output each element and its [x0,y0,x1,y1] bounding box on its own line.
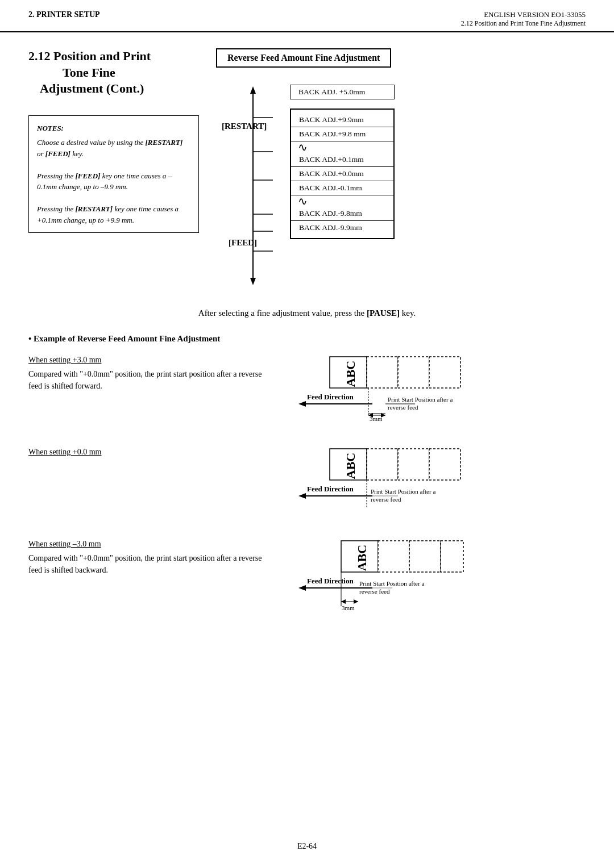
footer: E2-64 [0,831,614,857]
setting-diagram-1: ABC Feed Direction Print Start Position … [284,446,586,522]
setting-desc-0: Compared with "+0.0mm" position, the pri… [28,368,273,392]
header: 2. PRINTER SETUP ENGLISH VERSION EO1-330… [0,0,614,32]
svg-rect-13 [367,357,398,388]
notes-feed-key: [FEED] [45,149,70,158]
svg-text:ABC: ABC [355,545,369,571]
notes-restart-key2: [RESTART] [75,205,113,213]
header-right: ENGLISH VERSION EO1-33055 2.12 Position … [461,10,586,28]
setting-block-0: When setting +3.0 mm Compared with "+0.0… [28,354,586,430]
notes-box: NOTES: Choose a desired value by using t… [28,115,199,233]
notes-key-text: key. [70,149,84,158]
svg-marker-52 [354,599,358,604]
notes-text: Choose a desired value by using the [RES… [37,137,190,226]
after-text2: key. [400,308,416,318]
svg-rect-32 [429,449,460,480]
setting-label-2: When setting –3.0 mm [28,538,273,550]
diagram-svg: [RESTART] [FEED] [216,84,290,288]
main-box-group: BACK ADJ.+9.9mm BACK ADJ.+9.8 mm ∿ BACK … [290,108,395,239]
title-line1: 2.12 Position and Print [28,49,151,63]
notes-line2-pre: Pressing the [37,172,75,180]
svg-text:[FEED]: [FEED] [229,238,257,247]
svg-marker-18 [298,401,306,407]
setting-block-1: When setting +0.0 mm ABC Feed Direction [28,446,586,522]
svg-text:Feed Direction: Feed Direction [307,577,354,585]
setting-desc-2: Compared with "+0.0mm" position, the pri… [28,552,273,576]
title-line3: Adjustment (Cont.) [28,81,144,95]
notes-restart-key: [RESTART] [146,138,183,147]
svg-text:Feed Direction: Feed Direction [307,393,354,401]
setting-label-1: When setting +0.0 mm [28,446,273,458]
example-section: • Example of Reverse Feed Amount Fine Ad… [28,334,586,620]
adj-box-4: BACK ADJ.+0.0mm [291,167,393,181]
label-svg-0: ABC Feed Direction 3mm [284,354,466,428]
pause-key: [PAUSE] [367,308,400,318]
notes-line3-pre: Pressing the [37,205,75,213]
svg-marker-1 [250,86,256,94]
after-text-content: After selecting a fine adjustment value,… [198,308,367,318]
svg-rect-14 [398,357,429,388]
svg-text:Feed Direction: Feed Direction [307,485,354,493]
example-title: • Example of Reverse Feed Amount Fine Ad… [28,334,586,344]
header-version: ENGLISH VERSION EO1-33055 [461,10,586,19]
svg-rect-44 [441,541,463,572]
svg-rect-42 [378,541,409,572]
setting-text-2: When setting –3.0 mm Compared with "+0.0… [28,538,273,576]
adj-box-0: BACK ADJ. +5.0mm [290,85,395,99]
svg-text:[RESTART]: [RESTART] [222,122,267,131]
adj-box-5: BACK ADJ.-0.1mm [291,181,393,195]
adj-box-6: BACK ADJ.-9.8mm [291,207,393,221]
footer-text: E2-64 [297,842,317,850]
notes-title: NOTES: [37,123,190,134]
notes-feed-key2: [FEED] [75,172,100,180]
svg-text:Print Start Position after a: Print Start Position after a [371,488,435,495]
svg-text:Print Start Position after a: Print Start Position after a [359,580,424,587]
svg-text:reverse feed: reverse feed [371,496,401,503]
top-section: 2.12 Position and Print Tone Fine Adjust… [28,48,586,290]
svg-marker-35 [298,493,306,499]
title-line2: Tone Fine [28,65,115,80]
left-section: 2.12 Position and Print Tone Fine Adjust… [28,48,199,233]
header-section: 2.12 Position and Print Tone Fine Adjust… [461,19,586,28]
svg-text:Print Start Position after a: Print Start Position after a [388,396,453,403]
svg-rect-30 [367,449,398,480]
setting-label-0: When setting +3.0 mm [28,354,273,366]
after-text: After selecting a fine adjustment value,… [28,308,586,318]
right-panel: Reverse Feed Amount Fine Adjustment [216,48,586,290]
svg-marker-47 [298,585,306,591]
boxes-column: BACK ADJ. +5.0mm BACK ADJ.+9.9mm BACK AD… [290,85,395,239]
setting-text-1: When setting +0.0 mm [28,446,273,460]
svg-marker-2 [250,278,256,285]
svg-text:3mm: 3mm [342,604,355,611]
adj-box-7: BACK ADJ.-9.9mm [291,221,393,235]
top-box-group: BACK ADJ. +5.0mm [290,85,395,101]
squiggle-1: ∿ [291,141,393,153]
svg-text:ABC: ABC [343,361,358,387]
adj-box-3: BACK ADJ.+0.1mm [291,153,393,167]
section-title: 2.12 Position and Print Tone Fine Adjust… [28,48,199,97]
svg-rect-43 [409,541,441,572]
label-svg-2: ABC Feed Direction 3mm [284,538,466,617]
adj-box-1: BACK ADJ.+9.9mm [291,113,393,127]
svg-marker-51 [341,599,346,604]
rfaf-title: Reverse Feed Amount Fine Adjustment [216,48,391,68]
svg-rect-31 [398,449,429,480]
svg-text:reverse feed: reverse feed [388,404,418,411]
squiggle-2: ∿ [291,195,393,207]
diagram-left: [RESTART] [FEED] [216,84,290,290]
notes-line1: Choose a desired value by using the [37,138,143,147]
setting-diagram-2: ABC Feed Direction 3mm [284,538,586,620]
page: 2. PRINTER SETUP ENGLISH VERSION EO1-330… [0,0,614,868]
setting-diagram-0: ABC Feed Direction 3mm [284,354,586,430]
svg-rect-15 [429,357,460,388]
content: 2.12 Position and Print Tone Fine Adjust… [0,32,614,658]
notes-or: or [37,149,45,158]
svg-text:reverse feed: reverse feed [359,588,390,595]
adj-box-2: BACK ADJ.+9.8 mm [291,127,393,141]
header-left: 2. PRINTER SETUP [28,10,100,19]
label-svg-1: ABC Feed Direction Print Start Position … [284,446,466,520]
svg-text:ABC: ABC [343,453,358,479]
diagram-area: [RESTART] [FEED] BACK ADJ. +5.0mm [216,78,586,290]
setting-block-2: When setting –3.0 mm Compared with "+0.0… [28,538,586,620]
setting-text-0: When setting +3.0 mm Compared with "+0.0… [28,354,273,392]
